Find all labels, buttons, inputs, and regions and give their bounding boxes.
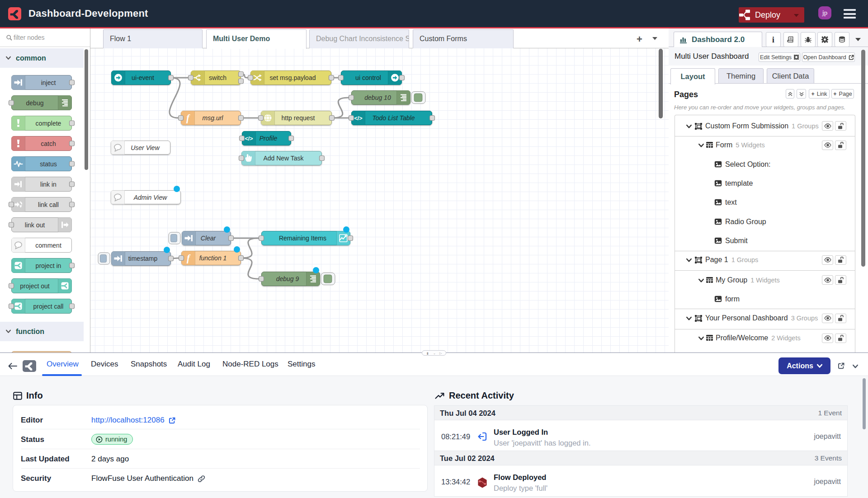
svg-text:User View: User View	[131, 144, 160, 151]
svg-text:Admin View: Admin View	[133, 194, 168, 201]
svg-text:debug 9: debug 9	[276, 275, 299, 282]
svg-text:set msg.payload: set msg.payload	[270, 74, 316, 81]
svg-text:project call: project call	[33, 303, 64, 310]
svg-text:timestamp: timestamp	[128, 255, 158, 262]
svg-text:http request: http request	[282, 114, 315, 122]
svg-text:project in: project in	[36, 262, 61, 269]
svg-text:catch: catch	[41, 140, 56, 147]
svg-text:debug 10: debug 10	[364, 94, 391, 101]
svg-text:inject: inject	[41, 79, 56, 86]
svg-text:link out: link out	[25, 221, 45, 229]
svg-text:ui control: ui control	[355, 74, 381, 81]
svg-text:project out: project out	[20, 282, 49, 290]
svg-text:ui-event: ui-event	[132, 74, 154, 81]
svg-text:link call: link call	[38, 201, 59, 208]
svg-text:complete: complete	[36, 120, 61, 127]
svg-text:comment: comment	[35, 242, 61, 249]
svg-text:</>: </>	[354, 115, 362, 122]
svg-text:status: status	[40, 160, 57, 168]
svg-text:Add New Task: Add New Task	[263, 155, 304, 162]
svg-text:Profile: Profile	[259, 135, 278, 142]
svg-text:link in: link in	[40, 181, 57, 188]
svg-text:debug: debug	[26, 99, 44, 107]
svg-text:switch: switch	[209, 74, 226, 81]
svg-text:Clear: Clear	[201, 235, 217, 242]
svg-text:Todo List Table: Todo List Table	[373, 114, 415, 122]
svg-text:Remaining Items: Remaining Items	[279, 235, 326, 242]
svg-text:</>: </>	[245, 136, 253, 142]
svg-text:msg.url: msg.url	[203, 114, 224, 122]
svg-text:function 1: function 1	[199, 254, 227, 262]
